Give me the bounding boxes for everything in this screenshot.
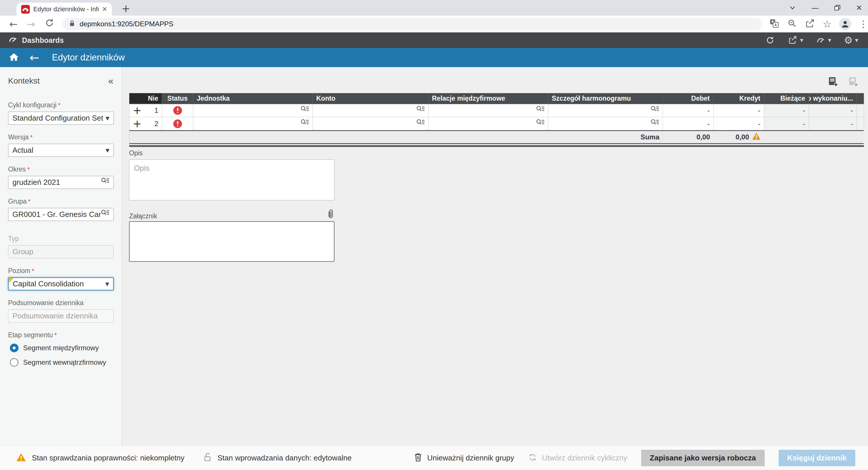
col-header-relacje: Relacje międzyfirmowe — [429, 93, 548, 103]
szczegol-cell[interactable] — [548, 117, 663, 130]
browser-tab[interactable]: Edytor dzienników - Infor d/EPM ✕ — [17, 3, 112, 15]
relacje-cell[interactable] — [429, 104, 548, 117]
page-back-button[interactable]: ← — [30, 52, 39, 63]
tab-close-icon[interactable]: ✕ — [102, 5, 107, 13]
typ-field — [8, 245, 114, 258]
add-journal-row-icon[interactable] — [828, 76, 838, 89]
debet-cell[interactable]: - — [663, 117, 713, 130]
col-header-jednostka: Jednostka — [193, 93, 313, 103]
col-header-szczegol: Szczegół harmonogramu — [548, 93, 663, 103]
journal-row-2: + 2 — [129, 117, 864, 130]
browser-forward-button[interactable]: → — [27, 18, 35, 30]
bookmark-star-icon[interactable]: ☆ — [823, 18, 832, 30]
konto-cell[interactable] — [313, 117, 429, 130]
journal-content: Nie Status Jednostka Konto Relacje międz… — [122, 67, 868, 445]
collapse-sidebar-icon[interactable]: « — [107, 75, 114, 87]
required-marker: * — [28, 198, 31, 205]
validation-status: Stan sprawdzania poprawności: niekomplet… — [16, 452, 185, 463]
void-group-journal-button[interactable]: Unieważnij dziennik grupy — [414, 452, 514, 463]
home-icon[interactable] — [8, 51, 20, 64]
lookup-icon[interactable] — [101, 209, 110, 220]
window-minimize-button[interactable]: — — [811, 3, 819, 12]
window-restore-button[interactable] — [833, 3, 842, 12]
new-tab-button[interactable]: + — [122, 3, 130, 14]
cykl-konfiguracji-select[interactable]: Standard Configuration Set ▼ — [8, 112, 114, 125]
page-header: ← Edytor dzienników — [0, 48, 868, 67]
window-close-button[interactable]: ✕ — [856, 3, 862, 12]
url-bar[interactable]: depmkons1:9205/DEPMAPPS — [63, 18, 762, 30]
grid-total-row: Suma 0,00 0,00 — [129, 131, 864, 144]
lookup-icon[interactable] — [101, 177, 110, 188]
spacer-cell — [857, 117, 864, 130]
wersja-select[interactable]: Actual ▼ — [8, 144, 114, 157]
profile-avatar[interactable] — [839, 18, 851, 30]
void-button-label: Unieważnij dziennik grupy — [427, 453, 514, 463]
recurring-icon — [528, 452, 537, 463]
browser-reload-button[interactable] — [44, 18, 55, 30]
dashboards-label: Dashboards — [22, 36, 64, 44]
lookup-icon[interactable] — [416, 119, 425, 129]
settings-menu-button[interactable]: ⚙ ▼ — [844, 35, 858, 45]
grid-horizontal-scrollbar[interactable] — [129, 145, 864, 147]
unlock-icon — [203, 452, 212, 463]
dashboards-home[interactable]: Dashboards — [8, 35, 64, 46]
lookup-icon[interactable] — [300, 119, 309, 129]
podsumowanie-input[interactable] — [12, 312, 110, 320]
grupa-input[interactable] — [12, 210, 101, 219]
konto-cell[interactable] — [313, 104, 429, 117]
okres-input[interactable] — [12, 178, 101, 187]
col-header-status: Status — [162, 93, 193, 103]
attachment-dropzone[interactable] — [129, 221, 335, 262]
browser-back-button[interactable]: ← — [9, 18, 18, 30]
poziom-value: Capital Consolidation — [13, 279, 103, 288]
kredyt-cell[interactable]: - — [713, 117, 764, 130]
radio-segment-wewnatrzfirmowy[interactable]: Segment wewnątrzfirmowy — [10, 358, 114, 367]
radio-unselected-icon — [10, 358, 19, 367]
expand-row-button[interactable]: + — [133, 105, 142, 116]
infor-favicon-icon — [21, 5, 30, 13]
modified-corner-marker — [9, 278, 13, 283]
paperclip-icon[interactable] — [327, 209, 335, 220]
browser-menu-icon[interactable]: ⋮ — [859, 19, 868, 30]
lookup-icon[interactable] — [300, 105, 309, 116]
col-header-kredyt: Kredyt — [713, 93, 764, 103]
post-journal-button[interactable]: Księguj dziennik — [779, 450, 855, 466]
radio-label: Segment międzyfirmowy — [23, 344, 99, 352]
translate-icon[interactable] — [769, 18, 779, 30]
save-draft-label: Zapisane jako wersja robocza — [650, 453, 756, 463]
radio-selected-icon — [10, 344, 19, 352]
dashboards-menu-button[interactable]: ▼ — [816, 35, 831, 45]
required-marker: * — [58, 101, 60, 109]
share-icon[interactable] — [805, 18, 815, 30]
cykl-value: Standard Configuration Set — [12, 114, 103, 123]
radio-segment-miedzyfirmowy[interactable]: Segment międzyfirmowy — [10, 344, 114, 352]
poziom-select[interactable]: Capital Consolidation ▼ — [8, 277, 114, 290]
validation-status-text: Stan sprawdzania poprawności: niekomplet… — [32, 453, 185, 463]
relacje-cell[interactable] — [429, 117, 548, 130]
kredyt-cell[interactable]: - — [713, 104, 764, 117]
save-draft-button[interactable]: Zapisane jako wersja robocza — [641, 450, 765, 466]
refresh-button[interactable] — [765, 35, 775, 45]
szczegol-cell[interactable] — [548, 104, 663, 117]
share-menu-button[interactable]: ▼ — [788, 35, 803, 45]
lookup-icon[interactable] — [650, 119, 659, 129]
lookup-icon[interactable] — [416, 105, 425, 116]
okres-lookup-field[interactable] — [8, 176, 114, 189]
lookup-icon[interactable] — [650, 105, 659, 116]
col-header-debet: Debet — [663, 93, 713, 103]
create-recurring-journal-button[interactable]: Utwórz dziennik cykliczny — [528, 452, 627, 463]
zoom-out-icon[interactable] — [787, 18, 797, 30]
opis-label: Opis — [129, 149, 335, 157]
podsumowanie-field[interactable] — [8, 310, 114, 322]
opis-textarea[interactable] — [129, 159, 335, 200]
lookup-icon[interactable] — [536, 119, 545, 129]
grupa-label: Grupa — [8, 197, 27, 205]
tab-search-chevron-icon[interactable] — [787, 3, 797, 13]
jednostka-cell[interactable] — [193, 104, 313, 117]
radio-label: Segment wewnątrzfirmowy — [23, 358, 106, 367]
debet-cell[interactable]: - — [663, 104, 713, 117]
lookup-icon[interactable] — [536, 105, 545, 116]
expand-row-button[interactable]: + — [133, 119, 142, 129]
jednostka-cell[interactable] — [193, 117, 313, 130]
grupa-lookup-field[interactable] — [8, 208, 114, 221]
